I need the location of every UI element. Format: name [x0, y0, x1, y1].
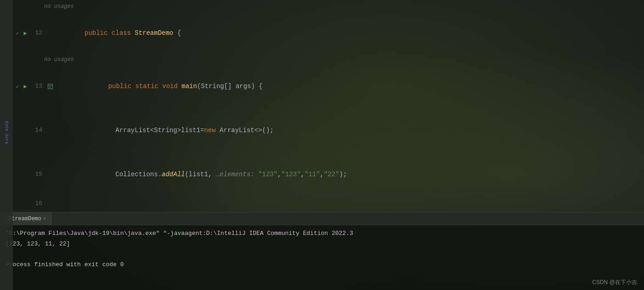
code-editor: no usages ✓ ▶ 12 public class StreamDemo…: [13, 0, 644, 212]
left-sidebar: Exte Scra: [0, 0, 13, 290]
gutter-check-13: ✓: [13, 84, 22, 89]
terminal-output-1: [123, 123, 11, 22]: [6, 240, 638, 249]
line-content-16: [46, 196, 644, 211]
line-number-14: 14: [28, 123, 46, 138]
output-text-3: Process finished with exit code 0: [6, 261, 124, 268]
code-line-12: ✓ ▶ 12 public class StreamDemo {: [13, 11, 644, 55]
brace-open: {: [173, 29, 181, 37]
line-number-15: 15: [28, 167, 46, 182]
kw-class: class: [112, 29, 135, 37]
code-line-15: 15 Collections.addAll(list1, …elements: …: [13, 152, 644, 196]
sidebar-item-1: Exte: [1, 121, 12, 131]
line-content-14: ArrayList<String>list1=new ArrayList<>()…: [46, 108, 644, 152]
kw-public: public: [85, 29, 112, 37]
terminal-command-line: "D:\Program Files\Java\jdk-19\bin\java.e…: [6, 229, 638, 239]
terminal-tab-bar: StreamDemo ×: [0, 212, 644, 225]
fold-icon-13[interactable]: ▽: [46, 84, 54, 89]
line-content-13: public static void main(String[] args) {: [54, 64, 644, 108]
no-usages-text-13: no usages: [44, 56, 74, 63]
line-content-15: Collections.addAll(list1, …elements: "12…: [46, 152, 644, 196]
gutter-check-12: ✓: [13, 30, 22, 36]
run-arrow-12[interactable]: ▶: [22, 30, 28, 37]
class-streamdemo: StreamDemo: [135, 29, 173, 37]
terminal-tab-label: StreamDemo: [8, 216, 41, 222]
command-text: "D:\Program Files\Java\jdk-19\bin\java.e…: [6, 230, 353, 237]
no-usages-12: no usages: [13, 2, 644, 11]
line-number-13: 13: [28, 79, 46, 94]
terminal-output-3: Process finished with exit code 0: [6, 260, 638, 270]
csdn-watermark: CSDN @在下小吉.: [592, 279, 638, 286]
watermark-text: CSDN @在下小吉.: [592, 279, 638, 285]
run-arrow-13[interactable]: ▶: [22, 83, 28, 90]
terminal-tab-close[interactable]: ×: [43, 216, 46, 222]
terminal-output-2: [6, 250, 638, 260]
line-number-16: 16: [28, 196, 46, 211]
terminal-content: "D:\Program Files\Java\jdk-19\bin\java.e…: [0, 225, 644, 290]
line-number-12: 12: [28, 26, 46, 40]
line-content-12: public class StreamDemo {: [46, 11, 644, 55]
sidebar-item-2: Scra: [1, 134, 12, 144]
terminal-panel: StreamDemo × "D:\Program Files\Java\jdk-…: [0, 212, 644, 290]
editor-container: Exte Scra no usages ✓ ▶ 12 public class …: [0, 0, 644, 290]
code-line-13: ✓ ▶ 13 ▽ public static void main(String[…: [13, 64, 644, 108]
code-line-14: 14 ArrayList<String>list1=new ArrayList<…: [13, 108, 644, 152]
no-usages-text: no usages: [44, 3, 74, 10]
output-text-1: [123, 123, 11, 22]: [6, 240, 70, 247]
no-usages-13: no usages: [13, 55, 644, 64]
code-line-16: 16: [13, 196, 644, 211]
code-lines: no usages ✓ ▶ 12 public class StreamDemo…: [13, 0, 644, 212]
